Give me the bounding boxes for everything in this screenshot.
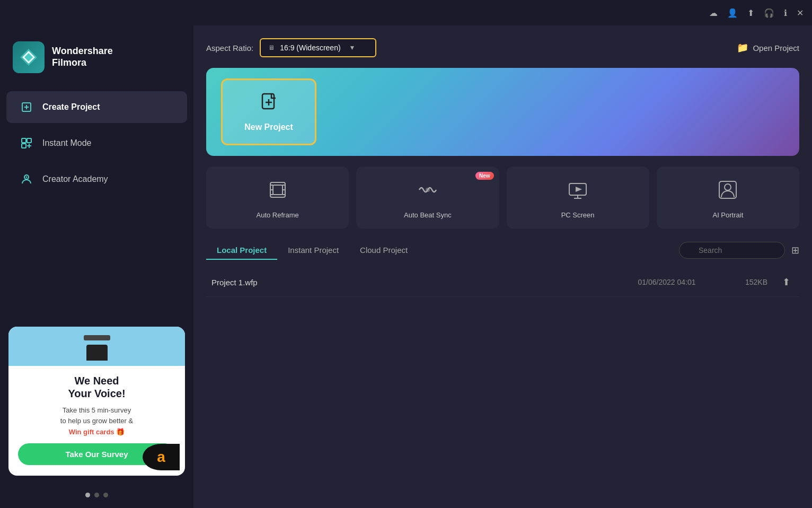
upload-icon[interactable]: ⬆	[747, 8, 754, 18]
aspect-ratio-value: 16:9 (Widescreen)	[280, 43, 340, 52]
logo-icon	[13, 41, 45, 73]
project-size: 152KB	[725, 278, 767, 286]
creator-academy-label: Creator Academy	[42, 174, 108, 184]
create-project-icon	[19, 100, 34, 115]
info-icon[interactable]: ℹ	[784, 8, 787, 18]
tab-instant-project[interactable]: Instant Project	[277, 241, 349, 260]
content-area: Aspect Ratio: 🖥 16:9 (Widescreen) ▼ 📁 Op…	[193, 25, 812, 508]
svg-point-12	[26, 177, 28, 178]
cloud-icon[interactable]: ☁	[709, 8, 718, 18]
ai-portrait-label: AI Portrait	[712, 211, 743, 219]
projects-toolbar: 🔍 ⊞	[679, 242, 799, 259]
promo-card: We NeedYour Voice! Take this 5 min-surve…	[8, 327, 185, 476]
headphones-icon[interactable]: 🎧	[764, 8, 774, 18]
instant-mode-label: Instant Mode	[42, 138, 92, 148]
project-date: 01/06/2022 04:01	[619, 278, 714, 286]
auto-beat-sync-label: Auto Beat Sync	[404, 211, 452, 219]
creator-academy-icon	[19, 172, 34, 187]
folder-icon: 📁	[737, 42, 748, 54]
project-name: Project 1.wfp	[211, 278, 608, 287]
aspect-ratio-dropdown[interactable]: 🖥 16:9 (Widescreen) ▼	[260, 38, 376, 57]
open-project-button[interactable]: 📁 Open Project	[737, 42, 799, 54]
product-name: Filmora	[52, 57, 113, 69]
new-project-button[interactable]: New Project	[221, 78, 316, 145]
quick-actions: Auto Reframe New Auto Beat Sync	[206, 167, 799, 229]
dot-indicators	[0, 486, 193, 497]
auto-reframe-label: Auto Reframe	[257, 211, 299, 219]
upload-icon[interactable]: ⬆	[778, 276, 794, 288]
aspect-ratio-label: Aspect Ratio:	[206, 43, 253, 52]
amazon-logo: a	[143, 444, 180, 470]
svg-rect-7	[27, 138, 31, 143]
action-ai-portrait[interactable]: AI Portrait	[657, 167, 799, 229]
aspect-ratio-area: Aspect Ratio: 🖥 16:9 (Widescreen) ▼	[206, 38, 376, 57]
sidebar-item-instant-mode[interactable]: Instant Mode	[6, 127, 187, 159]
titlebar: ☁ 👤 ⬆ 🎧 ℹ ✕	[0, 0, 812, 25]
svg-rect-8	[22, 144, 26, 148]
svg-rect-17	[273, 185, 283, 195]
action-auto-reframe[interactable]: Auto Reframe	[206, 167, 349, 229]
new-file-icon	[258, 92, 279, 117]
auto-reframe-icon	[267, 179, 288, 205]
search-wrapper: 🔍	[679, 242, 785, 259]
monitor-icon: 🖥	[268, 44, 275, 51]
logo-area: Wondershare Filmora	[0, 36, 193, 89]
auto-beat-sync-icon	[417, 179, 438, 205]
dot-2[interactable]	[94, 493, 99, 497]
instant-mode-icon	[19, 136, 34, 151]
promo-card-header	[8, 327, 185, 366]
svg-point-30	[725, 184, 731, 190]
brand-name: Wondershare	[52, 46, 113, 57]
action-pc-screen[interactable]: PC Screen	[507, 167, 649, 229]
svg-marker-28	[576, 187, 582, 192]
dot-1[interactable]	[85, 493, 90, 497]
sidebar-item-creator-academy[interactable]: Creator Academy	[6, 163, 187, 195]
dot-3[interactable]	[103, 493, 108, 497]
project-tabs: Local Project Instant Project Cloud Proj…	[206, 241, 418, 259]
svg-rect-6	[22, 138, 26, 143]
svg-point-24	[426, 188, 430, 192]
open-project-label: Open Project	[753, 43, 799, 52]
user-icon[interactable]: 👤	[727, 8, 738, 18]
pc-screen-label: PC Screen	[561, 211, 595, 219]
new-badge: New	[475, 172, 494, 180]
logo-text: Wondershare Filmora	[52, 46, 113, 68]
create-project-label: Create Project	[42, 102, 100, 112]
action-auto-beat-sync[interactable]: New Auto Beat Sync	[356, 167, 499, 229]
main-layout: Wondershare Filmora Create Project	[0, 25, 812, 508]
table-row: Project 1.wfp 01/06/2022 04:01 152KB ⬆	[206, 268, 799, 297]
sidebar-item-create-project[interactable]: Create Project	[6, 91, 187, 123]
tab-cloud-project[interactable]: Cloud Project	[349, 241, 418, 260]
sidebar: Wondershare Filmora Create Project	[0, 25, 193, 508]
search-input[interactable]	[679, 242, 785, 259]
banner: New Project	[206, 68, 799, 156]
top-bar: Aspect Ratio: 🖥 16:9 (Widescreen) ▼ 📁 Op…	[206, 38, 799, 57]
promo-title: We NeedYour Voice!	[18, 374, 175, 400]
grid-view-icon[interactable]: ⊞	[791, 244, 799, 256]
tab-local-label: Local Project	[217, 246, 267, 255]
tab-local-project[interactable]: Local Project	[206, 241, 277, 260]
promo-desc: Take this 5 min-surveyto help us grow be…	[18, 405, 175, 426]
tab-cloud-label: Cloud Project	[360, 246, 408, 255]
new-project-label: New Project	[244, 122, 293, 132]
pc-screen-icon	[567, 179, 588, 205]
tabs-search-row: Local Project Instant Project Cloud Proj…	[206, 241, 799, 259]
promo-win: Win gift cards 🎁	[18, 428, 175, 436]
ai-portrait-icon	[717, 179, 738, 205]
close-button[interactable]: ✕	[797, 8, 804, 18]
chevron-down-icon: ▼	[349, 44, 356, 51]
tab-instant-label: Instant Project	[288, 246, 339, 255]
